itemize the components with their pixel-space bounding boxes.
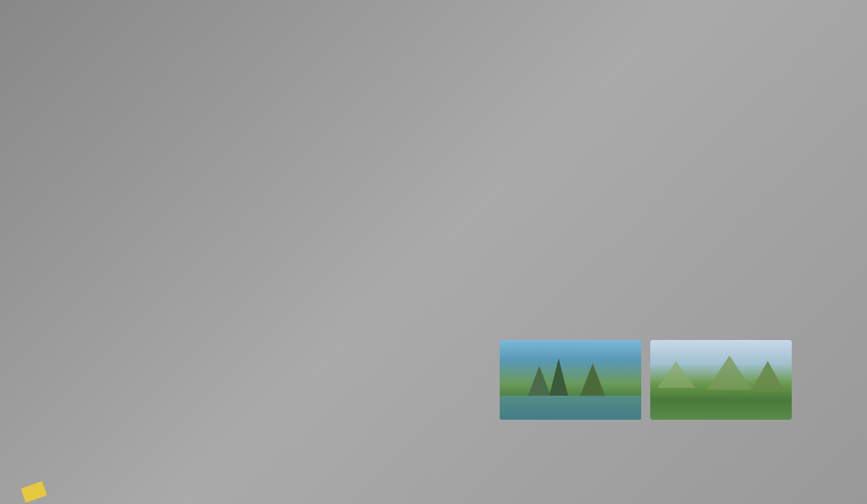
photo-thumbnail[interactable] (500, 340, 641, 420)
photo-item[interactable]: I...7 (418, 340, 491, 432)
content-area: ▼ Projects (1) ❯❯❯❯❯❯❯ 01.1 China (241, 33, 867, 504)
main-layout: ▼ Adventure Trips ▶ 📁 Smart Collections … (0, 33, 867, 504)
photo-item[interactable]: IMG_1775 (500, 340, 641, 432)
photo-item[interactable]: IMG_1078 (650, 340, 792, 432)
photo-thumbnail[interactable] (418, 340, 491, 400)
jul6-photo-grid: 諸 I...9 諸 I...8 I...7 (256, 340, 852, 432)
photo-thumbnail[interactable] (650, 340, 792, 420)
